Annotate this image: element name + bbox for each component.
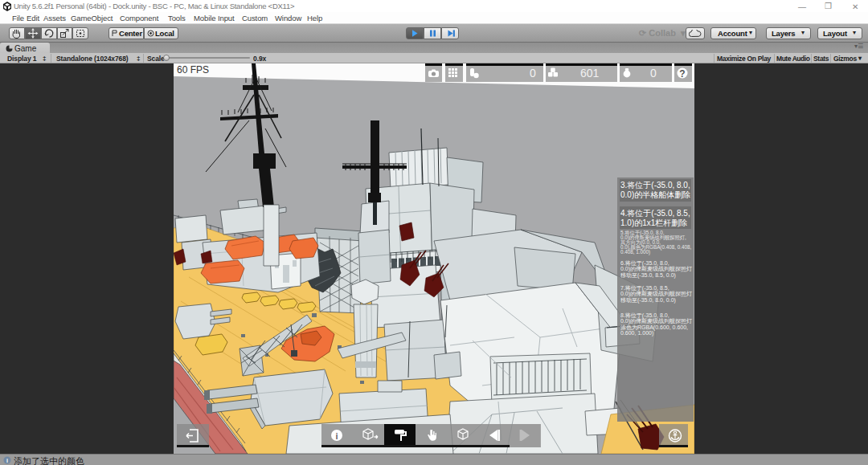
svg-text:?: ? (679, 68, 685, 80)
svg-text:i: i (335, 431, 338, 441)
svg-text:i: i (6, 458, 8, 463)
